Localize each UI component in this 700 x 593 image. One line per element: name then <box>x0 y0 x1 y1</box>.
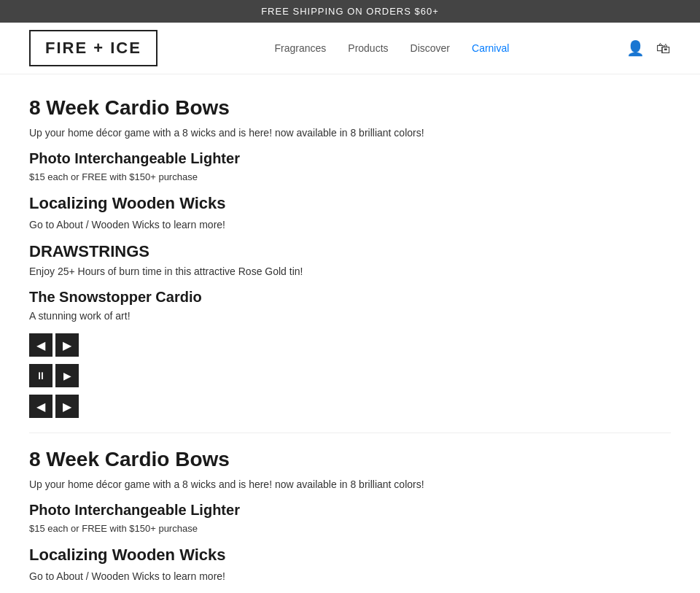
logo: FIRE + ICE <box>29 30 158 66</box>
pause-btn[interactable]: ⏸ <box>29 364 52 387</box>
divider <box>29 433 671 433</box>
nav-products[interactable]: Products <box>348 42 388 54</box>
section1-price: $15 each or FREE with $150+ purchase <box>29 171 671 182</box>
carousel-prev2-btn[interactable]: ◀ <box>29 395 52 418</box>
carousel-next-btn[interactable]: ▶ <box>55 333 79 357</box>
header: FIRE + ICE Fragrances Products Discover … <box>0 23 700 74</box>
top-banner: FREE SHIPPING ON ORDERS $60+ <box>0 0 700 23</box>
main-content: 8 Week Cardio Bows Up your home décor ga… <box>0 74 700 593</box>
section1-desc3: Go to About / Wooden Wicks to learn more… <box>29 219 671 230</box>
carousel-controls-1: ◀ ▶ <box>29 333 671 357</box>
logo-text: FIRE + ICE <box>45 39 141 58</box>
nav-carnival[interactable]: Carnival <box>472 42 509 54</box>
section1-subtitle: Up your home décor game with a 8 wicks a… <box>29 127 671 139</box>
section1-heading3: Localizing Wooden Wicks <box>29 194 671 213</box>
play-btn[interactable]: ▶ <box>55 364 79 387</box>
banner-text: FREE SHIPPING ON ORDERS $60+ <box>261 6 439 17</box>
section1-desc5: A stunning work of art! <box>29 310 671 322</box>
nav-fragrances[interactable]: Fragrances <box>274 42 326 54</box>
section2-sub-title2: Photo Interchangeable Lighter <box>29 502 671 519</box>
section1-desc4: Enjoy 25+ Hours of burn time in this att… <box>29 266 671 277</box>
carousel-prev-btn[interactable]: ◀ <box>29 333 52 357</box>
carousel-next2-btn[interactable]: ▶ <box>55 395 79 418</box>
section2-title: 8 Week Cardio Bows <box>29 448 671 471</box>
section1-heading5: The Snowstopper Cardio <box>29 289 671 306</box>
account-icon[interactable]: 👤 <box>626 39 645 57</box>
main-nav: Fragrances Products Discover Carnival <box>274 42 509 54</box>
carousel-nav-2: ◀ ▶ <box>29 395 671 418</box>
section2-subtitle: Up your home décor game with a 8 wicks a… <box>29 478 671 490</box>
section2-price: $15 each or FREE with $150+ purchase <box>29 523 671 534</box>
section1-title: 8 Week Cardio Bows <box>29 96 671 120</box>
play-controls: ⏸ ▶ <box>29 364 671 387</box>
section1-heading4: DRAWSTRINGS <box>29 242 671 261</box>
header-icons: 👤 🛍 <box>626 39 671 57</box>
bag-icon[interactable]: 🛍 <box>656 40 671 57</box>
section2-desc3: Go to About / Wooden Wicks to learn more… <box>29 570 671 582</box>
nav-discover[interactable]: Discover <box>411 42 450 54</box>
section1-sub-title2: Photo Interchangeable Lighter <box>29 150 671 167</box>
section2-heading3: Localizing Wooden Wicks <box>29 546 671 565</box>
